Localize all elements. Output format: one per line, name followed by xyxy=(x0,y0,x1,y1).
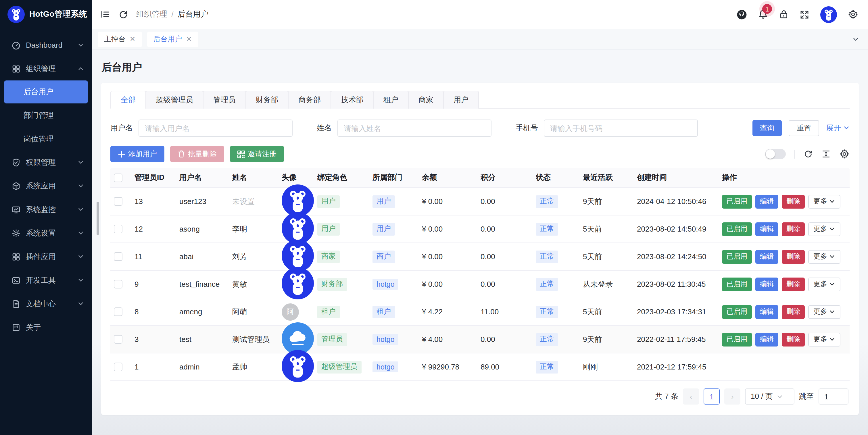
tab-后台用户[interactable]: 后台用户✕ xyxy=(147,31,198,47)
sidebar-item-Dashboard[interactable]: Dashboard xyxy=(0,33,92,57)
page-size-select[interactable]: 10 / 页 xyxy=(745,389,795,405)
more-button[interactable]: 更多 xyxy=(808,194,840,208)
enabled-button[interactable]: 已启用 xyxy=(722,305,752,319)
filter-tab-超级管理员[interactable]: 超级管理员 xyxy=(146,91,204,108)
filter-tab-商务部[interactable]: 商务部 xyxy=(288,91,331,108)
row-checkbox[interactable] xyxy=(114,197,122,206)
row-density-icon[interactable] xyxy=(822,149,831,159)
enabled-button[interactable]: 已启用 xyxy=(722,250,752,263)
invite-register-button[interactable]: 邀请注册 xyxy=(230,146,284,162)
settings-gear-icon[interactable] xyxy=(848,9,858,20)
filter-tab-管理员[interactable]: 管理员 xyxy=(203,91,246,108)
reload-table-icon[interactable] xyxy=(804,149,813,159)
cell-points: 0.00 xyxy=(480,252,536,261)
tab-actions-chevron-down-icon[interactable] xyxy=(852,36,862,42)
search-form: 用户名姓名手机号 查询 重置 展开 xyxy=(111,120,849,137)
prev-page-button[interactable]: ‹ xyxy=(683,389,699,405)
delete-button[interactable]: 删除 xyxy=(782,250,805,263)
手机号-input[interactable] xyxy=(544,120,698,137)
edit-button[interactable]: 编辑 xyxy=(755,222,778,236)
status-badge: 正常 xyxy=(536,278,558,290)
header-checkbox[interactable] xyxy=(114,173,122,182)
next-page-button[interactable]: › xyxy=(724,389,740,405)
more-button[interactable]: 更多 xyxy=(808,333,840,346)
filter-tab-用户[interactable]: 用户 xyxy=(443,91,479,108)
filter-tab-财务部[interactable]: 财务部 xyxy=(245,91,288,108)
sidebar-subitem-后台用户[interactable]: 后台用户 xyxy=(4,81,88,103)
notifications-button[interactable]: 1 xyxy=(758,9,768,20)
search-field-label: 姓名 xyxy=(317,123,332,133)
column-header-绑定角色: 绑定角色 xyxy=(317,173,372,183)
姓名-input[interactable] xyxy=(337,120,492,137)
cell-actions: 已启用编辑删除更多 xyxy=(722,222,849,236)
table-striped-toggle[interactable] xyxy=(765,149,786,159)
row-checkbox[interactable] xyxy=(114,252,122,261)
sidebar-item-系统设置[interactable]: 系统设置 xyxy=(0,221,92,245)
close-icon[interactable]: ✕ xyxy=(130,35,135,43)
user-avatar[interactable] xyxy=(820,6,837,23)
breadcrumb-item[interactable]: 后台用户 xyxy=(178,9,209,20)
delete-button[interactable]: 删除 xyxy=(782,222,805,236)
filter-tab-技术部[interactable]: 技术部 xyxy=(331,91,374,108)
edit-button[interactable]: 编辑 xyxy=(755,250,778,263)
filter-tab-租户[interactable]: 租户 xyxy=(373,91,409,108)
scrollbar-thumb[interactable] xyxy=(97,202,99,235)
delete-button[interactable]: 删除 xyxy=(782,305,805,319)
row-checkbox[interactable] xyxy=(114,225,122,233)
fullscreen-icon[interactable] xyxy=(800,9,809,19)
more-button[interactable]: 更多 xyxy=(808,305,840,319)
edit-button[interactable]: 编辑 xyxy=(755,194,778,208)
refresh-page-icon[interactable] xyxy=(118,9,128,19)
logo-row[interactable]: HotGo管理系统 xyxy=(0,0,92,29)
query-button[interactable]: 查询 xyxy=(752,120,782,136)
enabled-button[interactable]: 已启用 xyxy=(722,277,752,291)
page-1-button[interactable]: 1 xyxy=(704,389,720,405)
enabled-button[interactable]: 已启用 xyxy=(722,333,752,346)
more-button[interactable]: 更多 xyxy=(808,277,840,291)
jump-page-input[interactable] xyxy=(818,389,848,405)
more-button[interactable]: 更多 xyxy=(808,250,840,263)
breadcrumb-item[interactable]: 组织管理 xyxy=(136,9,167,20)
edit-button[interactable]: 编辑 xyxy=(755,305,778,319)
sidebar-item-插件应用[interactable]: 插件应用 xyxy=(0,245,92,268)
row-checkbox[interactable] xyxy=(114,363,122,371)
sidebar-item-权限管理[interactable]: 权限管理 xyxy=(0,151,92,174)
sidebar-item-文档中心[interactable]: 文档中心 xyxy=(0,292,92,315)
delete-button[interactable]: 删除 xyxy=(782,333,805,346)
sidebar-subitem-部门管理[interactable]: 部门管理 xyxy=(0,103,92,127)
sidebar-item-组织管理[interactable]: 组织管理 xyxy=(0,57,92,81)
row-checkbox[interactable] xyxy=(114,335,122,344)
tab-主控台[interactable]: 主控台✕ xyxy=(98,31,142,47)
filter-tab-全部[interactable]: 全部 xyxy=(111,91,146,108)
column-settings-gear-icon[interactable] xyxy=(839,149,849,159)
cell-last-active: 5天前 xyxy=(583,224,637,234)
reset-button[interactable]: 重置 xyxy=(789,120,819,136)
sidebar-item-系统监控[interactable]: 系统监控 xyxy=(0,198,92,221)
row-checkbox[interactable] xyxy=(114,307,122,316)
cell-department: 用户 xyxy=(372,223,422,235)
sidebar: HotGo管理系统 Dashboard组织管理后台用户部门管理岗位管理权限管理系… xyxy=(0,0,92,435)
filter-tab-商家[interactable]: 商家 xyxy=(408,91,444,108)
delete-button[interactable]: 删除 xyxy=(782,277,805,291)
add-user-button[interactable]: 添加用户 xyxy=(111,146,164,162)
close-icon[interactable]: ✕ xyxy=(186,35,192,43)
github-icon[interactable] xyxy=(736,9,747,20)
edit-button[interactable]: 编辑 xyxy=(755,333,778,346)
chevron-down-icon xyxy=(78,301,84,307)
more-button[interactable]: 更多 xyxy=(808,222,840,236)
row-checkbox[interactable] xyxy=(114,280,122,288)
sidebar-item-开发工具[interactable]: 开发工具 xyxy=(0,268,92,292)
menu-collapse-icon[interactable] xyxy=(100,9,111,20)
sidebar-item-关于[interactable]: 关于 xyxy=(0,315,92,339)
role-tag: 超级管理员 xyxy=(317,361,361,373)
batch-delete-button[interactable]: 批量删除 xyxy=(170,146,224,162)
enabled-button[interactable]: 已启用 xyxy=(722,222,752,236)
用户名-input[interactable] xyxy=(138,120,292,137)
lock-screen-icon[interactable] xyxy=(779,9,789,20)
sidebar-subitem-岗位管理[interactable]: 岗位管理 xyxy=(0,127,92,151)
delete-button[interactable]: 删除 xyxy=(782,194,805,208)
enabled-button[interactable]: 已启用 xyxy=(722,194,752,208)
edit-button[interactable]: 编辑 xyxy=(755,277,778,291)
expand-link[interactable]: 展开 xyxy=(826,123,849,133)
sidebar-item-系统应用[interactable]: 系统应用 xyxy=(0,174,92,198)
